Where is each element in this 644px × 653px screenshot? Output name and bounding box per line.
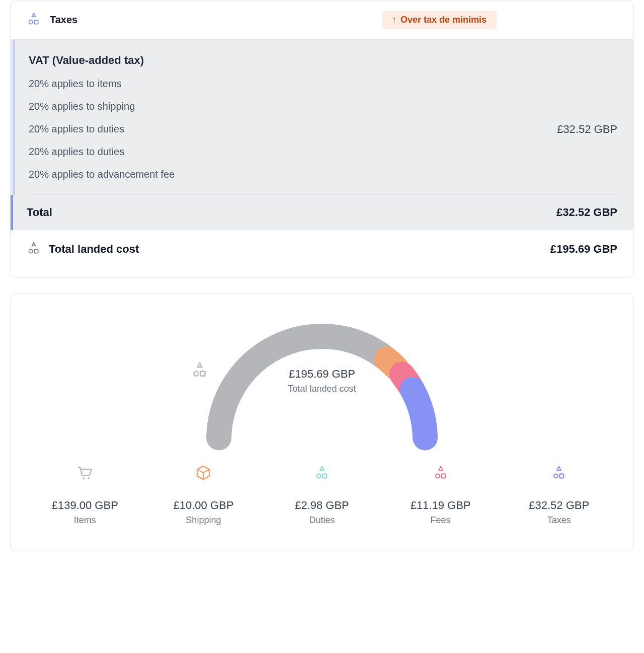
shapes-icon — [551, 465, 567, 482]
vat-line: 20% applies to shipping — [29, 101, 175, 112]
taxes-card: Taxes ↑ Over tax de minimis VAT (Value-a… — [10, 0, 634, 278]
shapes-icon — [27, 241, 41, 257]
svg-marker-11 — [320, 467, 324, 471]
cart-icon — [76, 464, 94, 483]
svg-point-12 — [317, 474, 321, 478]
arrow-up-icon: ↑ — [392, 15, 396, 25]
svg-rect-5 — [34, 249, 38, 253]
vat-line: 20% applies to duties — [29, 146, 175, 158]
legend-label: Items — [31, 515, 139, 526]
taxes-title: Taxes — [50, 14, 77, 26]
box-icon — [195, 465, 211, 483]
legend-fees: £11.19 GBP Fees — [386, 465, 495, 526]
taxes-total-label: Total — [27, 206, 52, 219]
legend-label: Duties — [268, 515, 376, 526]
vat-title: VAT (Value-added tax) — [29, 54, 617, 67]
legend-label: Shipping — [149, 515, 258, 526]
gauge-center: £195.69 GBP Total landed cost — [191, 361, 453, 394]
shapes-icon — [314, 465, 330, 482]
vat-line-list: 20% applies to items 20% applies to ship… — [29, 78, 175, 180]
taxes-total-value: £32.52 GBP — [556, 206, 617, 219]
taxes-card-header: Taxes ↑ Over tax de minimis — [11, 1, 633, 40]
legend-shipping: £10.00 GBP Shipping — [149, 465, 258, 526]
vat-subtotal-amount: £32.52 GBP — [557, 123, 617, 136]
legend-taxes: £32.52 GBP Taxes — [505, 465, 613, 526]
svg-marker-17 — [557, 467, 561, 471]
total-landed-cost-value: £195.69 GBP — [550, 243, 617, 256]
svg-point-7 — [194, 372, 198, 376]
legend-amount: £10.00 GBP — [149, 499, 258, 512]
legend-items: £139.00 GBP Items — [31, 465, 139, 526]
legend-label: Fees — [386, 515, 495, 526]
gauge-segment-taxes — [412, 390, 425, 438]
svg-marker-6 — [198, 363, 202, 368]
legend-duties: £2.98 GBP Duties — [268, 465, 376, 526]
landed-cost-chart-card: £195.69 GBP Total landed cost £139.00 — [10, 293, 634, 551]
svg-rect-19 — [559, 474, 564, 478]
svg-marker-14 — [439, 467, 443, 471]
total-landed-cost-row: Total landed cost £195.69 GBP — [11, 230, 633, 277]
vat-section: VAT (Value-added tax) 20% applies to ite… — [11, 40, 633, 195]
svg-point-1 — [29, 20, 32, 24]
vat-line: 20% applies to advancement fee — [29, 169, 175, 180]
legend-amount: £2.98 GBP — [268, 499, 376, 512]
svg-point-15 — [435, 474, 439, 478]
gauge-amount: £195.69 GBP — [191, 368, 453, 381]
de-minimis-badge: ↑ Over tax de minimis — [382, 11, 497, 29]
landed-cost-gauge: £195.69 GBP Total landed cost — [191, 314, 453, 445]
vat-line: 20% applies to items — [29, 78, 175, 90]
svg-point-4 — [29, 249, 32, 253]
shapes-icon — [27, 12, 41, 28]
svg-marker-3 — [32, 242, 36, 246]
chart-legend: £139.00 GBP Items £10.00 GBP Shipping — [31, 465, 613, 526]
svg-marker-0 — [32, 13, 36, 17]
svg-rect-13 — [323, 474, 327, 478]
legend-amount: £139.00 GBP — [31, 499, 139, 512]
svg-point-18 — [554, 474, 558, 478]
legend-label: Taxes — [505, 515, 613, 526]
total-landed-cost-label: Total landed cost — [49, 243, 139, 256]
taxes-total-row: Total £32.52 GBP — [11, 195, 633, 230]
vat-line: 20% applies to duties — [29, 123, 175, 135]
gauge-label: Total landed cost — [191, 384, 453, 394]
svg-point-9 — [83, 477, 85, 479]
shapes-icon — [433, 465, 448, 482]
svg-rect-2 — [34, 20, 38, 24]
legend-amount: £32.52 GBP — [505, 499, 613, 512]
svg-rect-8 — [200, 372, 205, 376]
svg-rect-16 — [441, 474, 445, 478]
legend-amount: £11.19 GBP — [386, 499, 495, 512]
svg-point-10 — [88, 477, 90, 479]
de-minimis-label: Over tax de minimis — [400, 15, 487, 25]
